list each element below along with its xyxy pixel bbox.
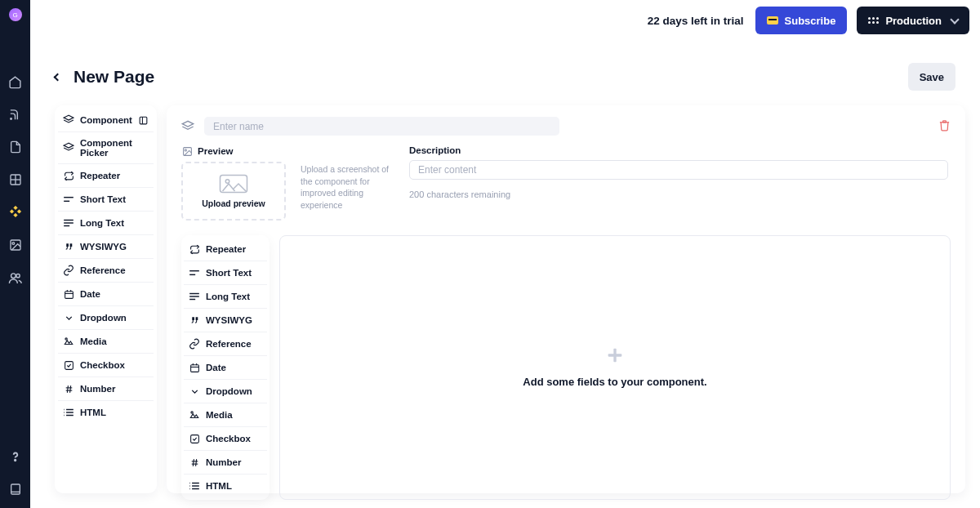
layers-plus-icon: [63, 142, 74, 154]
char-remaining: 200 characters remaining: [409, 189, 948, 199]
grid-icon[interactable]: [8, 172, 23, 187]
save-button[interactable]: Save: [908, 63, 956, 91]
field-type-number[interactable]: Number: [58, 377, 154, 401]
image-icon: [63, 336, 74, 347]
inner-field-wysiwyg[interactable]: WYSIWYG: [184, 309, 267, 332]
field-type-component-picker[interactable]: Component Picker: [58, 132, 154, 164]
inner-field-media[interactable]: Media: [184, 403, 267, 427]
field-type-dropdown[interactable]: Dropdown: [58, 306, 154, 330]
field-type-label: Reference: [80, 265, 126, 275]
field-type-date[interactable]: Date: [58, 283, 154, 306]
preview-upload-area[interactable]: Upload preview: [181, 162, 286, 221]
field-type-short-text[interactable]: Short Text: [58, 188, 154, 212]
checkbox-icon: [63, 359, 74, 371]
page-icon[interactable]: [8, 140, 23, 154]
svg-point-24: [65, 338, 67, 340]
plus-icon: [607, 347, 623, 366]
environment-switcher[interactable]: Production: [857, 7, 969, 34]
inner-field-types-panel: Repeater Short Text Long Text WYSIWYG: [181, 235, 270, 500]
field-type-label: Checkbox: [206, 434, 251, 443]
layers-icon: [181, 121, 194, 132]
checkbox-icon: [189, 433, 200, 444]
avatar[interactable]: G: [9, 8, 22, 21]
field-type-wysiwyg[interactable]: WYSIWYG: [58, 235, 154, 259]
short-text-icon: [189, 267, 200, 279]
blog-icon[interactable]: [8, 107, 23, 122]
inner-field-reference[interactable]: Reference: [184, 332, 267, 356]
svg-rect-20: [65, 291, 73, 298]
delete-button[interactable]: [938, 119, 951, 134]
users-icon[interactable]: [8, 270, 23, 285]
main-area: 22 days left in trial Subscribe Producti…: [30, 0, 980, 508]
link-icon: [63, 265, 74, 276]
field-type-repeater[interactable]: Repeater: [58, 164, 154, 188]
inner-field-long-text[interactable]: Long Text: [184, 285, 267, 309]
inner-field-dropdown[interactable]: Dropdown: [184, 380, 267, 403]
book-icon[interactable]: [8, 482, 23, 497]
field-type-label: Repeater: [206, 244, 246, 254]
image-icon: [181, 145, 193, 157]
svg-rect-51: [190, 434, 198, 443]
field-type-label: Repeater: [80, 171, 120, 180]
chevron-down-icon: [63, 312, 74, 323]
component-name-input[interactable]: [204, 117, 559, 136]
field-type-media[interactable]: Media: [58, 330, 154, 354]
subscribe-button[interactable]: Subscribe: [755, 7, 848, 34]
field-type-label: Component Picker: [80, 138, 149, 158]
field-type-label: Date: [206, 363, 226, 372]
preview-label: Preview: [198, 146, 233, 156]
field-type-checkbox[interactable]: Checkbox: [58, 354, 154, 377]
component-editor-panel: Preview Upload preview Upload a screensh…: [167, 105, 965, 493]
svg-marker-36: [182, 121, 193, 127]
field-type-label: Reference: [206, 339, 252, 349]
svg-rect-46: [190, 364, 198, 372]
help-icon[interactable]: [8, 449, 23, 464]
environment-label: Production: [885, 15, 942, 27]
svg-rect-9: [11, 484, 20, 494]
inner-field-repeater[interactable]: Repeater: [184, 238, 267, 261]
field-type-label: Number: [206, 457, 241, 467]
svg-line-55: [195, 459, 196, 466]
workspace: Component Component Picker Repeater Shor…: [30, 91, 980, 508]
home-icon[interactable]: [8, 74, 23, 89]
hash-icon: [63, 383, 74, 394]
fields-drop-area[interactable]: Add some fields to your component.: [279, 235, 951, 500]
description-label: Description: [409, 145, 948, 155]
link-icon: [189, 338, 200, 350]
field-type-label: HTML: [80, 408, 106, 417]
list-icon: [63, 407, 74, 418]
long-text-icon: [63, 217, 74, 229]
field-type-label: Media: [80, 336, 107, 346]
svg-rect-63: [608, 354, 622, 356]
field-type-reference[interactable]: Reference: [58, 259, 154, 283]
field-type-label: Long Text: [80, 218, 124, 228]
preview-hint: Upload a screenshot of the component for…: [301, 145, 394, 212]
svg-point-6: [11, 273, 16, 278]
image-icon: [189, 409, 200, 421]
field-type-long-text[interactable]: Long Text: [58, 212, 154, 235]
field-type-label: Short Text: [80, 194, 126, 204]
inner-field-checkbox[interactable]: Checkbox: [184, 427, 267, 451]
inner-field-html[interactable]: HTML: [184, 475, 267, 497]
components-icon[interactable]: [8, 205, 23, 220]
field-type-label: Component: [80, 115, 132, 125]
quote-icon: [189, 314, 200, 326]
field-type-html[interactable]: HTML: [58, 401, 154, 424]
list-icon: [189, 480, 200, 492]
inner-field-short-text[interactable]: Short Text: [184, 261, 267, 285]
page-header: New Page Save: [30, 41, 980, 91]
trial-text: 22 days left in trial: [648, 15, 744, 27]
image-icon[interactable]: [8, 238, 23, 252]
field-type-component[interactable]: Component: [58, 109, 154, 132]
inner-field-number[interactable]: Number: [184, 451, 267, 475]
short-text-icon: [63, 194, 74, 205]
collapse-icon[interactable]: [138, 114, 149, 126]
field-type-label: WYSIWYG: [206, 315, 252, 325]
inner-field-date[interactable]: Date: [184, 356, 267, 380]
field-type-label: Short Text: [206, 268, 252, 278]
field-type-label: Dropdown: [80, 313, 127, 323]
description-input[interactable]: [409, 160, 948, 180]
back-button[interactable]: [54, 73, 62, 81]
field-type-label: WYSIWYG: [80, 242, 127, 252]
repeat-icon: [63, 170, 74, 181]
